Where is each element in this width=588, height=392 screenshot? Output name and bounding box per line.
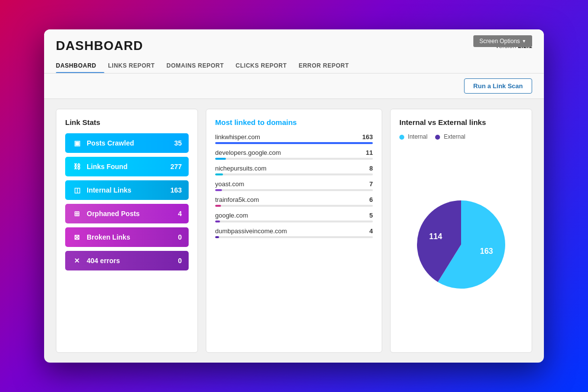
- stat-orphaned-posts[interactable]: ⊞ Orphaned Posts 4: [65, 204, 189, 223]
- domain-row: yoast.com 7: [215, 180, 373, 191]
- 404-errors-label: 404 errors: [87, 257, 120, 265]
- domains-card: Most linked to domains linkwhisper.com 1…: [206, 109, 382, 353]
- domain-bar-bg: [215, 236, 373, 238]
- domain-count: 11: [366, 149, 373, 156]
- run-scan-button[interactable]: Run a Link Scan: [464, 78, 532, 94]
- domain-row: developers.google.com 11: [215, 149, 373, 160]
- links-found-icon: ⛓: [72, 162, 82, 172]
- chart-title: Internal vs External links: [399, 118, 523, 126]
- domain-row-header: developers.google.com 11: [215, 149, 373, 156]
- domain-row-header: linkwhisper.com 163: [215, 133, 373, 141]
- stat-links-found[interactable]: ⛓ Links Found 277: [65, 157, 189, 176]
- orphaned-posts-count: 4: [178, 210, 182, 218]
- domain-row-header: yoast.com 7: [215, 180, 373, 188]
- domain-row-header: trainfora5k.com 6: [215, 196, 373, 203]
- domain-count: 5: [369, 212, 373, 219]
- orphaned-posts-label: Orphaned Posts: [87, 210, 140, 218]
- chart-legend: Internal External: [399, 133, 523, 140]
- domain-count: 4: [369, 227, 373, 235]
- domains-title: Most linked to domains: [215, 118, 373, 126]
- domain-bar-fill: [215, 173, 223, 175]
- links-found-count: 277: [171, 163, 182, 171]
- domain-bar-fill: [215, 205, 221, 207]
- main-content: Link Stats ▣ Posts Crawled 35 ⛓ Links Fo…: [44, 99, 544, 363]
- tab-domains-report[interactable]: DOMAINS REPORT: [167, 58, 232, 73]
- chart-card: Internal vs External links Internal Exte…: [390, 109, 532, 353]
- 404-errors-icon: ✕: [72, 256, 82, 266]
- broken-links-count: 0: [178, 233, 182, 241]
- domain-name: trainfora5k.com: [215, 196, 259, 203]
- page-title: DASHBOARD: [56, 38, 143, 53]
- pie-chart-container: 163114: [399, 145, 523, 343]
- main-window: DASHBOARD version 2.2.1 Screen Options D…: [44, 29, 544, 363]
- screen-options-button[interactable]: Screen Options: [473, 35, 532, 47]
- domain-count: 6: [369, 196, 373, 203]
- internal-dot: [399, 135, 404, 140]
- legend-external: External: [435, 133, 465, 140]
- tab-links-report[interactable]: LINKS REPORT: [108, 58, 163, 73]
- header-top: DASHBOARD version 2.2.1 Screen Options: [56, 29, 532, 55]
- domain-bar-bg: [215, 205, 373, 207]
- domain-row: trainfora5k.com 6: [215, 196, 373, 207]
- domain-count: 8: [369, 165, 373, 172]
- domain-name: linkwhisper.com: [215, 133, 260, 141]
- internal-links-icon: ◫: [72, 185, 82, 195]
- domain-row: dumbpassiveincome.com 4: [215, 227, 373, 238]
- svg-text:163: 163: [480, 247, 493, 255]
- posts-crawled-icon: ▣: [72, 138, 82, 148]
- domain-row: nichepursuits.com 8: [215, 165, 373, 175]
- domain-name: nichepursuits.com: [215, 165, 267, 172]
- external-dot: [435, 135, 440, 140]
- posts-crawled-label: Posts Crawled: [87, 139, 134, 147]
- domain-name: dumbpassiveincome.com: [215, 227, 287, 235]
- domain-row: google.com 5: [215, 212, 373, 222]
- domain-bar-fill: [215, 236, 219, 238]
- domain-row-header: google.com 5: [215, 212, 373, 219]
- domain-bar-bg: [215, 189, 373, 191]
- domain-bar-fill: [215, 158, 226, 160]
- links-found-label: Links Found: [87, 163, 127, 171]
- domain-bar-fill: [215, 142, 373, 144]
- nav-tabs: DASHBOARD LINKS REPORT DOMAINS REPORT CL…: [56, 55, 532, 73]
- tab-error-report[interactable]: ERROR REPORT: [298, 58, 357, 73]
- domain-bar-bg: [215, 158, 373, 160]
- domain-count: 163: [362, 133, 373, 141]
- orphaned-posts-icon: ⊞: [72, 209, 82, 219]
- stat-404-errors[interactable]: ✕ 404 errors 0: [65, 251, 189, 270]
- domain-count: 7: [369, 180, 373, 188]
- domain-bar-bg: [215, 142, 373, 144]
- link-stats-card: Link Stats ▣ Posts Crawled 35 ⛓ Links Fo…: [56, 109, 198, 353]
- svg-text:114: 114: [429, 232, 442, 241]
- header: DASHBOARD version 2.2.1 Screen Options D…: [44, 29, 544, 74]
- domain-row: linkwhisper.com 163: [215, 133, 373, 144]
- 404-errors-count: 0: [178, 257, 182, 265]
- internal-links-count: 163: [171, 186, 182, 194]
- pie-chart: 163114: [407, 191, 515, 298]
- domain-row-header: nichepursuits.com 8: [215, 165, 373, 172]
- domain-name: developers.google.com: [215, 149, 281, 156]
- domain-bar-bg: [215, 173, 373, 175]
- stat-broken-links[interactable]: ⊠ Broken Links 0: [65, 227, 189, 247]
- domain-bar-fill: [215, 220, 220, 222]
- broken-links-icon: ⊠: [72, 232, 82, 242]
- domain-row-header: dumbpassiveincome.com 4: [215, 227, 373, 235]
- posts-crawled-count: 35: [174, 139, 182, 147]
- tab-clicks-report[interactable]: CLICKS REPORT: [236, 58, 295, 73]
- stat-internal-links[interactable]: ◫ Internal Links 163: [65, 180, 189, 200]
- domain-name: yoast.com: [215, 180, 244, 188]
- legend-internal: Internal: [399, 133, 427, 140]
- stat-posts-crawled[interactable]: ▣ Posts Crawled 35: [65, 133, 189, 153]
- link-stats-title: Link Stats: [65, 118, 189, 126]
- domain-name: google.com: [215, 212, 248, 219]
- domain-bar-fill: [215, 189, 222, 191]
- internal-links-label: Internal Links: [87, 186, 131, 194]
- domain-rows: linkwhisper.com 163 developers.google.co…: [215, 133, 373, 238]
- toolbar: Run a Link Scan: [44, 74, 544, 99]
- domain-bar-bg: [215, 220, 373, 222]
- broken-links-label: Broken Links: [87, 233, 130, 241]
- tab-dashboard[interactable]: DASHBOARD: [56, 58, 104, 73]
